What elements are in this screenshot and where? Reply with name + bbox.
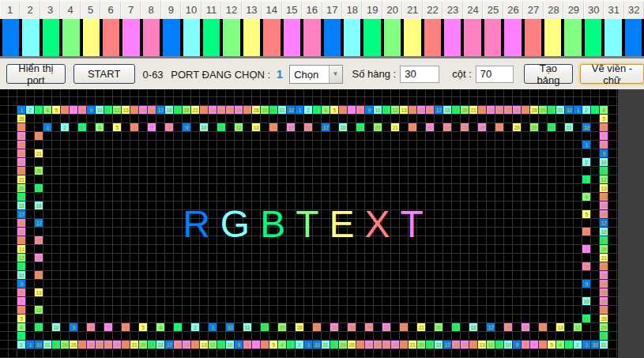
led-border-cell[interactable]: 29: [61, 341, 69, 349]
led-border-cell[interactable]: 2: [296, 341, 303, 349]
led-border-cell[interactable]: 4: [156, 323, 164, 331]
led-border-cell[interactable]: 2: [191, 323, 199, 331]
led-border-cell[interactable]: 12: [17, 254, 25, 262]
led-border-cell[interactable]: 21: [600, 254, 608, 262]
led-border-cell[interactable]: 6: [61, 106, 69, 114]
led-border-cell[interactable]: 17: [600, 219, 608, 227]
port-color-cell[interactable]: [243, 19, 260, 56]
led-border-cell[interactable]: 10: [52, 323, 60, 331]
led-border-cell[interactable]: 31: [243, 323, 251, 331]
led-border-cell[interactable]: 3: [17, 332, 25, 340]
led-border-cell[interactable]: 9: [70, 323, 77, 331]
led-border-cell[interactable]: 30: [269, 106, 277, 114]
led-border-cell[interactable]: 27: [78, 341, 86, 349]
port-color-cell[interactable]: [223, 19, 239, 56]
led-border-cell[interactable]: 13: [252, 123, 260, 131]
port-color-cell[interactable]: [122, 19, 139, 56]
led-border-cell[interactable]: 23: [382, 323, 390, 331]
led-border-cell[interactable]: 28: [17, 115, 25, 122]
led-border-cell[interactable]: 30: [548, 106, 555, 114]
led-border-cell[interactable]: 18: [35, 202, 43, 209]
led-border-cell[interactable]: 9: [17, 280, 25, 288]
led-border-cell[interactable]: 1: [582, 341, 590, 349]
led-border-cell[interactable]: 17: [35, 219, 43, 227]
led-border-cell[interactable]: 7: [530, 341, 538, 349]
led-border-cell[interactable]: 19: [17, 193, 25, 201]
port-color-cell[interactable]: [163, 19, 179, 56]
led-border-cell[interactable]: 6: [130, 123, 138, 131]
led-border-cell[interactable]: 6: [261, 341, 269, 349]
led-border-cell[interactable]: 19: [452, 323, 460, 331]
led-border-cell[interactable]: 26: [17, 132, 25, 140]
led-border-cell[interactable]: 16: [452, 341, 460, 349]
port-color-cell[interactable]: [404, 19, 420, 56]
led-border-cell[interactable]: 26: [330, 323, 338, 331]
led-border-cell[interactable]: 6: [582, 228, 590, 236]
port-color-cell[interactable]: [525, 19, 541, 56]
led-border-cell[interactable]: 8: [600, 141, 608, 149]
led-border-cell[interactable]: 12: [235, 123, 243, 131]
port-color-cell[interactable]: [284, 19, 300, 56]
led-border-cell[interactable]: 11: [35, 323, 43, 331]
led-border-cell[interactable]: 18: [17, 202, 25, 209]
port-color-cell[interactable]: [183, 19, 200, 56]
led-border-cell[interactable]: 27: [522, 106, 529, 114]
led-border-cell[interactable]: 10: [600, 158, 608, 166]
led-border-cell[interactable]: 17: [17, 210, 25, 218]
led-border-cell[interactable]: 5: [52, 106, 60, 114]
led-border-cell[interactable]: 29: [278, 323, 286, 331]
led-border-cell[interactable]: 20: [374, 123, 382, 131]
led-border-cell[interactable]: 4: [17, 323, 25, 331]
port-color-cell[interactable]: [263, 19, 280, 56]
led-border-cell[interactable]: 13: [122, 106, 130, 114]
led-border-cell[interactable]: 18: [339, 123, 347, 131]
led-border-cell[interactable]: 5: [113, 123, 121, 131]
led-border-cell[interactable]: 20: [461, 106, 469, 114]
led-border-cell[interactable]: 32: [35, 341, 43, 349]
led-border-cell[interactable]: 25: [504, 106, 512, 114]
port-color-cell[interactable]: [444, 19, 461, 56]
led-border-cell[interactable]: 8: [87, 323, 95, 331]
led-border-cell[interactable]: 4: [556, 341, 564, 349]
led-border-cell[interactable]: 20: [435, 323, 443, 331]
led-border-cell[interactable]: 24: [443, 123, 451, 131]
led-border-cell[interactable]: 21: [409, 341, 416, 349]
led-border-cell[interactable]: 7: [252, 341, 260, 349]
led-border-cell[interactable]: 29: [261, 106, 269, 114]
led-border-cell[interactable]: 31: [43, 341, 51, 349]
led-border-cell[interactable]: 6: [339, 106, 347, 114]
led-border-cell[interactable]: 20: [17, 184, 25, 192]
led-border-cell[interactable]: 29: [339, 341, 347, 349]
led-border-cell[interactable]: 8: [78, 106, 86, 114]
port-color-cell[interactable]: [504, 19, 521, 56]
led-border-cell[interactable]: 21: [191, 106, 199, 114]
port-color-cell[interactable]: [464, 19, 480, 56]
port-color-cell[interactable]: [303, 19, 320, 56]
led-border-cell[interactable]: 13: [400, 106, 408, 114]
led-border-cell[interactable]: 25: [600, 288, 608, 296]
rows-input[interactable]: [400, 66, 439, 83]
led-border-cell[interactable]: 11: [217, 123, 225, 131]
led-border-cell[interactable]: 16: [504, 323, 512, 331]
led-border-cell[interactable]: 23: [426, 123, 434, 131]
led-border-cell[interactable]: 18: [165, 106, 173, 114]
port-color-cell[interactable]: [344, 19, 360, 56]
led-border-cell[interactable]: 25: [374, 341, 382, 349]
led-border-cell[interactable]: 23: [17, 158, 25, 166]
led-border-cell[interactable]: 4: [600, 106, 608, 114]
port-color-cell[interactable]: [2, 19, 19, 56]
led-border-cell[interactable]: 24: [600, 280, 608, 288]
led-border-cell[interactable]: 15: [139, 106, 147, 114]
led-border-cell[interactable]: 5: [17, 315, 25, 322]
led-border-cell[interactable]: 17: [443, 341, 451, 349]
led-border-cell[interactable]: 9: [87, 106, 95, 114]
led-border-cell[interactable]: 22: [400, 341, 408, 349]
led-border-cell[interactable]: 21: [17, 175, 25, 183]
led-border-cell[interactable]: 13: [17, 245, 25, 253]
led-border-cell[interactable]: 1: [296, 106, 303, 114]
led-border-cell[interactable]: 15: [522, 323, 529, 331]
led-border-cell[interactable]: 25: [348, 323, 356, 331]
led-border-cell[interactable]: 1: [304, 341, 312, 349]
led-border-cell[interactable]: 22: [122, 341, 130, 349]
led-border-cell[interactable]: 32: [582, 123, 590, 131]
